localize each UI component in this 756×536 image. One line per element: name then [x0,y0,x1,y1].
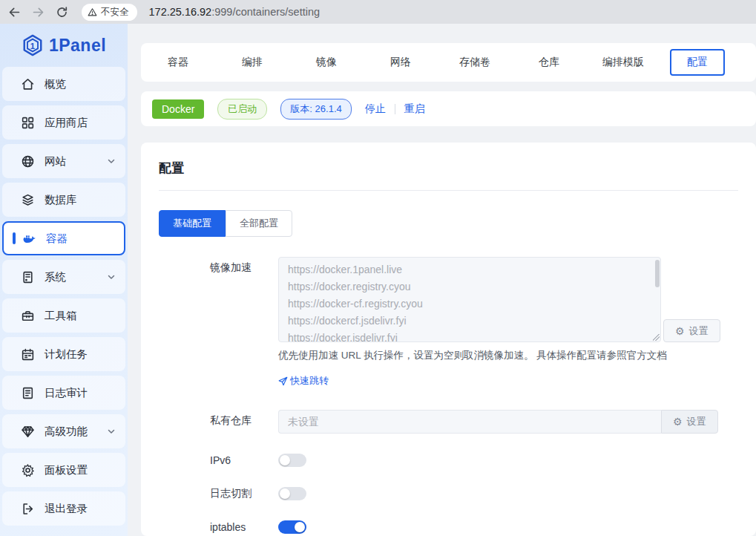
reload-icon[interactable] [55,5,68,19]
back-icon[interactable] [7,5,21,19]
docker-engine-button[interactable]: Docker [152,99,204,119]
textarea-resize-handle[interactable] [653,334,660,341]
view-tab-basic[interactable]: 基础配置 [159,210,226,237]
page-title: 配置 [159,160,738,177]
calendar-icon [21,347,35,362]
security-badge-label: 不安全 [101,6,129,19]
container-tabs: 容器编排镜像网络存储卷仓库编排模版配置 [141,43,756,82]
docker-icon [22,232,36,246]
sidebar-item-label: 网站 [45,154,66,169]
toggle-knob [280,455,290,465]
chevron-down-icon [106,272,116,282]
divider [395,104,395,114]
tab-label: 编排 [226,50,278,74]
tab-label: 网络 [375,50,427,74]
mirror-urls-textarea[interactable]: https://docker.1panel.livehttps://docker… [278,257,661,342]
sidebar-item-logout[interactable]: 退出登录 [2,491,125,526]
sidebar-item-website[interactable]: 网站 [2,144,125,178]
sidebar-item-system[interactable]: 系统 [2,260,125,294]
registry-set-button[interactable]: ⚙ 设置 [661,410,718,434]
url-host: 172.25.16.92 [149,6,212,18]
tab-label: 存储卷 [444,50,506,74]
sidebar-item-label: 退出登录 [45,502,88,516]
sidebar-item-label: 概览 [45,77,66,91]
registry-row: 私有仓库 ⚙ 设置 [210,410,738,434]
mirror-row: 镜像加速 https://docker.1panel.livehttps://d… [210,257,738,342]
tab-templates[interactable]: 编排模版 [586,50,660,74]
server-icon [21,270,35,284]
sidebar-item-label: 计划任务 [45,347,88,362]
brand-logo[interactable]: 1 1Panel [2,24,125,67]
sidebar-item-overview[interactable]: 概览 [2,67,125,101]
sidebar-item-toolbox[interactable]: 工具箱 [2,298,125,333]
tab-label: 镜像 [300,50,352,74]
mirror-url-line: https://docker-cf.registry.cyou [288,295,650,313]
iptables-toggle[interactable] [278,520,306,534]
mirror-urls-text: https://docker.1panel.livehttps://docker… [278,257,661,342]
stop-button[interactable]: 停止 [365,102,386,116]
toggle-knob [295,522,305,532]
sidebar-item-app-store[interactable]: 应用商店 [2,105,125,140]
registry-label: 私有仓库 [210,410,278,434]
sidebar-item-label: 应用商店 [45,116,88,130]
log-cut-toggle[interactable] [278,487,306,500]
sidebar-item-label: 日志审计 [45,386,88,400]
tab-label: 仓库 [523,50,575,74]
send-icon [278,376,288,386]
log-icon [21,386,35,400]
version-badge[interactable]: 版本: 26.1.4 [280,99,351,120]
tab-label: 容器 [152,50,204,74]
database-icon [21,193,35,207]
switch-rows: IPv6日志切割iptables [210,454,738,534]
textarea-scrollbar[interactable] [655,260,660,287]
sidebar-item-database[interactable]: 数据库 [2,183,125,217]
mirror-url-line: https://docker.jsdelivr.fyi [288,330,650,342]
restart-button[interactable]: 重启 [404,102,425,116]
active-indicator [13,232,16,244]
sidebar-item-settings[interactable]: 面板设置 [2,453,125,487]
address-bar[interactable]: 172.25.16.92:999/containers/setting [149,6,321,18]
ipv6-toggle[interactable] [278,454,306,467]
warning-icon [88,7,97,17]
tab-containers[interactable]: 容器 [141,50,215,74]
tab-repos[interactable]: 仓库 [512,50,586,74]
mirror-label: 镜像加速 [210,257,278,342]
chevron-down-icon [106,426,116,437]
mirror-set-button[interactable]: ⚙ 设置 [663,319,720,342]
registry-set-label: 设置 [687,415,706,428]
tab-networks[interactable]: 网络 [364,50,438,74]
globe-icon [21,154,35,169]
divider [159,190,738,191]
sidebar-item-logs[interactable]: 日志审计 [2,376,125,410]
tab-compose[interactable]: 编排 [215,50,289,74]
docker-status-bar: Docker 已启动 版本: 26.1.4 停止 重启 [141,91,756,126]
app-store-icon [21,116,35,130]
quick-jump-label: 快速跳转 [290,374,329,388]
view-tab-all[interactable]: 全部配置 [226,210,292,237]
mirror-url-line: https://docker.registry.cyou [288,278,650,295]
sidebar-item-cronjob[interactable]: 计划任务 [2,337,125,371]
config-panel: 配置 基础配置全部配置 镜像加速 https://docker.1panel.l… [141,143,756,536]
tab-images[interactable]: 镜像 [289,50,364,74]
sidebar-item-label: 容器 [46,232,68,246]
sidebar-item-container[interactable]: 容器 [2,221,125,255]
site-security-badge[interactable]: 不安全 [82,4,137,21]
gem-icon [21,425,35,439]
1panel-logo-icon: 1 [22,34,44,56]
registry-input[interactable] [278,410,661,434]
chevron-down-icon [106,156,116,166]
tab-volumes[interactable]: 存储卷 [438,50,512,74]
config-view-switch: 基础配置全部配置 [159,210,292,237]
browser-toolbar: 不安全 172.25.16.92:999/containers/setting [0,0,756,24]
quick-jump-link[interactable]: 快速跳转 [278,374,329,388]
tab-label: 配置 [670,49,725,76]
log-cut-label: 日志切割 [210,487,278,500]
ipv6-label: IPv6 [210,454,278,466]
tab-setting[interactable]: 配置 [660,49,734,76]
iptables-label: iptables [210,521,278,533]
sidebar-item-label: 工具箱 [45,309,77,323]
sidebar-item-advanced[interactable]: 高级功能 [2,414,125,448]
toolbox-icon [21,309,35,323]
gear-icon: ⚙ [675,326,685,336]
tab-label: 编排模版 [587,50,660,74]
